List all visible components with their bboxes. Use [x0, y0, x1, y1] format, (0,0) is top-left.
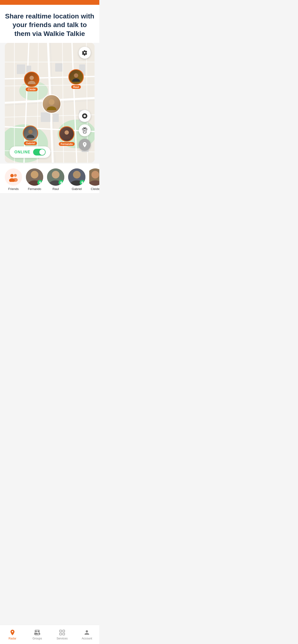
svg-point-44 — [63, 135, 71, 139]
fernando-location-badge — [37, 180, 43, 185]
compass-button[interactable] — [79, 139, 91, 151]
friend-fernando-avatar — [26, 168, 43, 186]
map-container: Cleide Raul Gabriel Fernando ONLINE — [5, 43, 95, 163]
friend-raul[interactable]: Raul — [47, 168, 64, 191]
fernando-label: Fernando — [59, 142, 75, 146]
online-toggle[interactable]: ONLINE — [10, 146, 50, 158]
pin-raul[interactable]: Raul — [68, 69, 84, 89]
svg-point-39 — [49, 99, 54, 105]
pin-gabriel[interactable]: Gabriel — [23, 126, 38, 145]
gabriel-label: Gabriel — [24, 141, 37, 145]
friend-cleide-name: Cleide — [91, 187, 99, 191]
friend-gabriel-avatar — [68, 168, 85, 186]
svg-point-56 — [73, 171, 81, 178]
compass-icon — [82, 142, 88, 148]
friend-fernando[interactable]: Fernando — [26, 168, 43, 191]
friend-raul-name: Raul — [53, 187, 59, 191]
friends-icon-avatar — [5, 168, 22, 186]
camera-button[interactable] — [79, 110, 91, 122]
svg-line-31 — [82, 128, 83, 129]
svg-rect-25 — [53, 114, 59, 122]
gabriel-location-badge — [80, 180, 85, 185]
friends-icon-svg — [9, 172, 18, 182]
svg-point-30 — [84, 130, 85, 132]
svg-point-37 — [74, 73, 78, 78]
location-icon — [39, 181, 42, 184]
settings-button[interactable] — [79, 47, 91, 59]
friend-cleide-avatar — [89, 168, 99, 186]
svg-point-47 — [14, 174, 17, 177]
pin-center[interactable] — [42, 94, 61, 114]
friend-cleide-photo — [89, 168, 99, 186]
svg-point-53 — [52, 171, 60, 178]
location-icon — [81, 181, 84, 184]
tagline: Share realtime location with your friend… — [5, 12, 95, 38]
friends-label: Friends — [8, 187, 19, 191]
raul-label: Raul — [71, 85, 81, 89]
cleide-label: Cleide — [26, 88, 37, 91]
svg-point-36 — [28, 81, 36, 84]
header-section: Share realtime location with your friend… — [0, 5, 99, 43]
online-toggle-thumb — [39, 149, 45, 155]
walkie-talkie-icon — [81, 127, 88, 134]
gear-icon — [82, 50, 88, 56]
svg-point-38 — [72, 78, 80, 82]
friend-gabriel[interactable]: Gabriel — [68, 168, 85, 191]
svg-point-43 — [65, 130, 69, 135]
svg-line-33 — [87, 128, 87, 129]
pin-cleide[interactable]: Cleide — [24, 72, 39, 91]
svg-point-59 — [91, 171, 99, 178]
friends-icon-item[interactable]: Friends — [5, 168, 22, 191]
status-bar — [0, 0, 99, 5]
location-icon — [60, 181, 63, 184]
friend-gabriel-name: Gabriel — [72, 187, 82, 191]
svg-point-50 — [31, 171, 38, 178]
svg-point-48 — [13, 178, 18, 182]
online-text: ONLINE — [14, 150, 30, 154]
camera-icon — [82, 113, 88, 119]
friend-raul-avatar — [47, 168, 64, 186]
online-toggle-track[interactable] — [33, 149, 46, 156]
svg-rect-24 — [41, 112, 50, 122]
svg-point-35 — [30, 76, 34, 80]
walkie-talkie-button[interactable] — [79, 124, 91, 136]
svg-point-41 — [28, 130, 33, 134]
friend-cleide[interactable]: Cleide — [89, 168, 99, 191]
friends-scroll: Friends Fernando — [0, 168, 99, 191]
svg-rect-29 — [84, 128, 86, 130]
friend-fernando-name: Fernando — [28, 187, 41, 191]
svg-point-40 — [47, 106, 56, 110]
pin-fernando[interactable]: Fernando — [59, 126, 75, 146]
raul-location-badge — [59, 180, 64, 185]
friends-section: Friends Fernando — [0, 164, 99, 193]
svg-point-42 — [27, 135, 34, 138]
svg-point-45 — [10, 174, 14, 177]
svg-rect-22 — [55, 63, 62, 72]
